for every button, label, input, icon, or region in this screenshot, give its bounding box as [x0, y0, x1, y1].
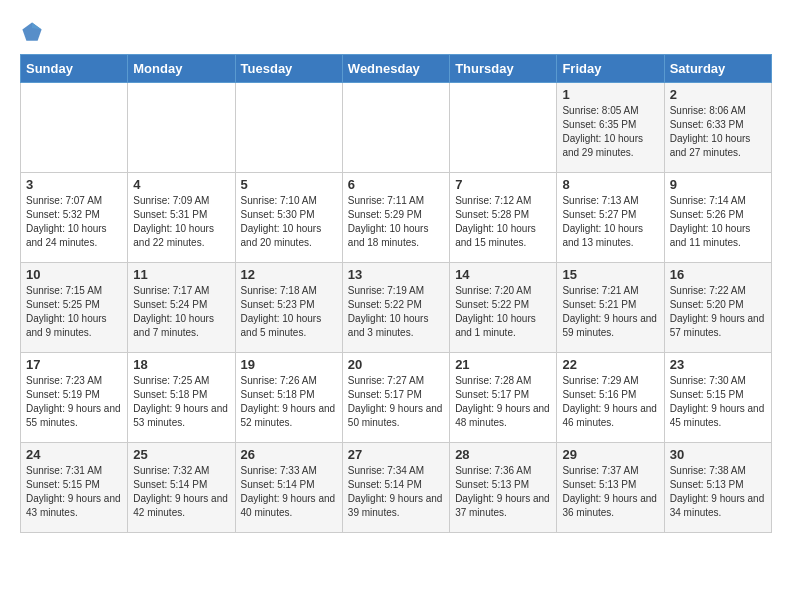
day-info: Sunrise: 7:30 AM Sunset: 5:15 PM Dayligh… [670, 374, 766, 430]
calendar-cell: 7Sunrise: 7:12 AM Sunset: 5:28 PM Daylig… [450, 173, 557, 263]
day-info: Sunrise: 7:11 AM Sunset: 5:29 PM Dayligh… [348, 194, 444, 250]
day-number: 12 [241, 267, 337, 282]
day-info: Sunrise: 7:14 AM Sunset: 5:26 PM Dayligh… [670, 194, 766, 250]
calendar-cell: 12Sunrise: 7:18 AM Sunset: 5:23 PM Dayli… [235, 263, 342, 353]
logo-icon [20, 20, 44, 44]
calendar-header-monday: Monday [128, 55, 235, 83]
day-number: 19 [241, 357, 337, 372]
calendar-cell: 16Sunrise: 7:22 AM Sunset: 5:20 PM Dayli… [664, 263, 771, 353]
day-info: Sunrise: 7:19 AM Sunset: 5:22 PM Dayligh… [348, 284, 444, 340]
calendar-cell [342, 83, 449, 173]
calendar-cell: 13Sunrise: 7:19 AM Sunset: 5:22 PM Dayli… [342, 263, 449, 353]
day-info: Sunrise: 7:09 AM Sunset: 5:31 PM Dayligh… [133, 194, 229, 250]
day-number: 18 [133, 357, 229, 372]
day-number: 27 [348, 447, 444, 462]
day-number: 30 [670, 447, 766, 462]
day-info: Sunrise: 7:38 AM Sunset: 5:13 PM Dayligh… [670, 464, 766, 520]
day-info: Sunrise: 7:18 AM Sunset: 5:23 PM Dayligh… [241, 284, 337, 340]
calendar-header-tuesday: Tuesday [235, 55, 342, 83]
calendar-cell [21, 83, 128, 173]
day-number: 26 [241, 447, 337, 462]
day-info: Sunrise: 7:36 AM Sunset: 5:13 PM Dayligh… [455, 464, 551, 520]
day-info: Sunrise: 7:27 AM Sunset: 5:17 PM Dayligh… [348, 374, 444, 430]
calendar-week-row: 1Sunrise: 8:05 AM Sunset: 6:35 PM Daylig… [21, 83, 772, 173]
day-info: Sunrise: 7:15 AM Sunset: 5:25 PM Dayligh… [26, 284, 122, 340]
day-number: 22 [562, 357, 658, 372]
calendar-header-friday: Friday [557, 55, 664, 83]
day-number: 13 [348, 267, 444, 282]
day-info: Sunrise: 7:13 AM Sunset: 5:27 PM Dayligh… [562, 194, 658, 250]
day-info: Sunrise: 7:34 AM Sunset: 5:14 PM Dayligh… [348, 464, 444, 520]
day-info: Sunrise: 7:25 AM Sunset: 5:18 PM Dayligh… [133, 374, 229, 430]
calendar-cell [128, 83, 235, 173]
calendar-cell: 15Sunrise: 7:21 AM Sunset: 5:21 PM Dayli… [557, 263, 664, 353]
calendar-cell: 1Sunrise: 8:05 AM Sunset: 6:35 PM Daylig… [557, 83, 664, 173]
calendar-cell: 22Sunrise: 7:29 AM Sunset: 5:16 PM Dayli… [557, 353, 664, 443]
calendar-week-row: 10Sunrise: 7:15 AM Sunset: 5:25 PM Dayli… [21, 263, 772, 353]
calendar-header-wednesday: Wednesday [342, 55, 449, 83]
calendar-week-row: 3Sunrise: 7:07 AM Sunset: 5:32 PM Daylig… [21, 173, 772, 263]
calendar-cell: 23Sunrise: 7:30 AM Sunset: 5:15 PM Dayli… [664, 353, 771, 443]
day-info: Sunrise: 7:21 AM Sunset: 5:21 PM Dayligh… [562, 284, 658, 340]
day-number: 28 [455, 447, 551, 462]
day-number: 25 [133, 447, 229, 462]
calendar-header-thursday: Thursday [450, 55, 557, 83]
day-number: 16 [670, 267, 766, 282]
calendar-header-row: SundayMondayTuesdayWednesdayThursdayFrid… [21, 55, 772, 83]
calendar-cell: 24Sunrise: 7:31 AM Sunset: 5:15 PM Dayli… [21, 443, 128, 533]
calendar-cell: 6Sunrise: 7:11 AM Sunset: 5:29 PM Daylig… [342, 173, 449, 263]
calendar-cell: 27Sunrise: 7:34 AM Sunset: 5:14 PM Dayli… [342, 443, 449, 533]
calendar-cell: 18Sunrise: 7:25 AM Sunset: 5:18 PM Dayli… [128, 353, 235, 443]
day-info: Sunrise: 7:31 AM Sunset: 5:15 PM Dayligh… [26, 464, 122, 520]
day-info: Sunrise: 7:23 AM Sunset: 5:19 PM Dayligh… [26, 374, 122, 430]
calendar-cell: 26Sunrise: 7:33 AM Sunset: 5:14 PM Dayli… [235, 443, 342, 533]
day-number: 4 [133, 177, 229, 192]
day-info: Sunrise: 7:17 AM Sunset: 5:24 PM Dayligh… [133, 284, 229, 340]
day-info: Sunrise: 7:33 AM Sunset: 5:14 PM Dayligh… [241, 464, 337, 520]
day-number: 5 [241, 177, 337, 192]
calendar-cell: 4Sunrise: 7:09 AM Sunset: 5:31 PM Daylig… [128, 173, 235, 263]
calendar-cell: 29Sunrise: 7:37 AM Sunset: 5:13 PM Dayli… [557, 443, 664, 533]
day-info: Sunrise: 7:32 AM Sunset: 5:14 PM Dayligh… [133, 464, 229, 520]
calendar-cell: 10Sunrise: 7:15 AM Sunset: 5:25 PM Dayli… [21, 263, 128, 353]
calendar-cell: 5Sunrise: 7:10 AM Sunset: 5:30 PM Daylig… [235, 173, 342, 263]
day-number: 21 [455, 357, 551, 372]
calendar-week-row: 24Sunrise: 7:31 AM Sunset: 5:15 PM Dayli… [21, 443, 772, 533]
day-info: Sunrise: 8:05 AM Sunset: 6:35 PM Dayligh… [562, 104, 658, 160]
day-number: 11 [133, 267, 229, 282]
calendar-cell: 21Sunrise: 7:28 AM Sunset: 5:17 PM Dayli… [450, 353, 557, 443]
day-number: 6 [348, 177, 444, 192]
calendar-cell: 17Sunrise: 7:23 AM Sunset: 5:19 PM Dayli… [21, 353, 128, 443]
day-info: Sunrise: 7:29 AM Sunset: 5:16 PM Dayligh… [562, 374, 658, 430]
calendar-cell: 11Sunrise: 7:17 AM Sunset: 5:24 PM Dayli… [128, 263, 235, 353]
day-number: 20 [348, 357, 444, 372]
calendar-cell: 3Sunrise: 7:07 AM Sunset: 5:32 PM Daylig… [21, 173, 128, 263]
calendar-cell: 8Sunrise: 7:13 AM Sunset: 5:27 PM Daylig… [557, 173, 664, 263]
day-number: 10 [26, 267, 122, 282]
day-number: 14 [455, 267, 551, 282]
day-info: Sunrise: 7:20 AM Sunset: 5:22 PM Dayligh… [455, 284, 551, 340]
day-number: 29 [562, 447, 658, 462]
calendar-cell: 30Sunrise: 7:38 AM Sunset: 5:13 PM Dayli… [664, 443, 771, 533]
calendar-cell [235, 83, 342, 173]
calendar-week-row: 17Sunrise: 7:23 AM Sunset: 5:19 PM Dayli… [21, 353, 772, 443]
day-info: Sunrise: 7:10 AM Sunset: 5:30 PM Dayligh… [241, 194, 337, 250]
calendar-cell: 2Sunrise: 8:06 AM Sunset: 6:33 PM Daylig… [664, 83, 771, 173]
calendar-header-saturday: Saturday [664, 55, 771, 83]
day-number: 1 [562, 87, 658, 102]
day-info: Sunrise: 7:28 AM Sunset: 5:17 PM Dayligh… [455, 374, 551, 430]
day-number: 9 [670, 177, 766, 192]
logo [20, 20, 48, 44]
day-info: Sunrise: 7:26 AM Sunset: 5:18 PM Dayligh… [241, 374, 337, 430]
page-header [20, 20, 772, 44]
calendar-cell: 28Sunrise: 7:36 AM Sunset: 5:13 PM Dayli… [450, 443, 557, 533]
calendar-cell: 19Sunrise: 7:26 AM Sunset: 5:18 PM Dayli… [235, 353, 342, 443]
day-info: Sunrise: 7:12 AM Sunset: 5:28 PM Dayligh… [455, 194, 551, 250]
calendar-cell: 14Sunrise: 7:20 AM Sunset: 5:22 PM Dayli… [450, 263, 557, 353]
day-number: 23 [670, 357, 766, 372]
calendar-table: SundayMondayTuesdayWednesdayThursdayFrid… [20, 54, 772, 533]
calendar-cell: 9Sunrise: 7:14 AM Sunset: 5:26 PM Daylig… [664, 173, 771, 263]
calendar-cell: 25Sunrise: 7:32 AM Sunset: 5:14 PM Dayli… [128, 443, 235, 533]
day-info: Sunrise: 7:37 AM Sunset: 5:13 PM Dayligh… [562, 464, 658, 520]
day-number: 7 [455, 177, 551, 192]
